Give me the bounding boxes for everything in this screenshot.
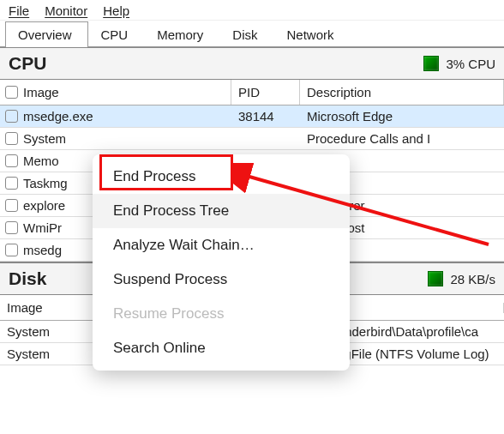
table-row[interactable]: System Procedure Calls and I <box>0 128 504 150</box>
checkbox-icon[interactable] <box>5 110 18 123</box>
menu-search-online[interactable]: Search Online <box>93 331 350 365</box>
process-name: System <box>23 131 66 146</box>
menu-end-process[interactable]: End Process <box>93 160 350 194</box>
cpu-led-icon <box>423 56 439 71</box>
menu-end-process-tree[interactable]: End Process Tree <box>93 194 350 228</box>
checkbox-icon[interactable] <box>5 177 18 190</box>
col-image[interactable]: Image <box>0 80 231 105</box>
col-description[interactable]: Description <box>300 80 504 105</box>
checkbox-icon[interactable] <box>5 221 18 234</box>
tab-overview[interactable]: Overview <box>5 21 88 47</box>
tab-disk[interactable]: Disk <box>219 21 273 47</box>
checkbox-icon[interactable] <box>5 244 18 256</box>
menu-help[interactable]: Help <box>103 3 129 18</box>
process-pid: 38144 <box>231 105 300 127</box>
process-desc: Procedure Calls and I <box>300 128 504 149</box>
checkbox-icon[interactable] <box>5 154 18 167</box>
table-row[interactable]: msedge.exe 38144 Microsoft Edge <box>0 105 504 128</box>
cpu-panel-title: CPU <box>9 53 46 74</box>
menu-suspend-process[interactable]: Suspend Process <box>93 262 350 297</box>
menu-analyze-wait-chain[interactable]: Analyze Wait Chain… <box>93 228 350 262</box>
disk-led-icon <box>428 271 443 286</box>
process-name: msedge.exe <box>23 109 93 124</box>
menu-bar: File Monitor Help <box>0 0 504 21</box>
checkbox-icon[interactable] <box>5 132 18 145</box>
process-name: WmiPr <box>23 220 62 235</box>
menu-resume-process: Resume Process <box>93 297 350 331</box>
process-name: Taskmg <box>23 176 68 190</box>
menu-monitor[interactable]: Monitor <box>45 3 87 18</box>
cpu-panel-header[interactable]: CPU 3% CPU <box>0 47 504 80</box>
col-pid[interactable]: PID <box>231 80 300 105</box>
process-name: msedg <box>23 243 62 257</box>
context-menu: End Process End Process Tree Analyze Wai… <box>93 154 350 371</box>
process-name: Memo <box>23 154 59 168</box>
cpu-usage-metric: 3% CPU <box>423 56 495 71</box>
tab-cpu[interactable]: CPU <box>88 21 145 47</box>
tab-strip: Overview CPU Memory Disk Network <box>0 21 504 47</box>
checkbox-icon[interactable] <box>5 199 18 212</box>
disk-panel-title: Disk <box>9 268 46 289</box>
cpu-table-header: Image PID Description <box>0 80 504 105</box>
disk-usage-metric: 28 KB/s <box>428 271 495 286</box>
tab-memory[interactable]: Memory <box>144 21 219 47</box>
process-pid <box>231 136 300 142</box>
checkbox-icon[interactable] <box>5 86 18 99</box>
menu-file[interactable]: File <box>9 3 29 18</box>
process-desc: Microsoft Edge <box>300 105 504 127</box>
tab-network[interactable]: Network <box>274 21 351 47</box>
process-name: explore <box>23 198 65 213</box>
